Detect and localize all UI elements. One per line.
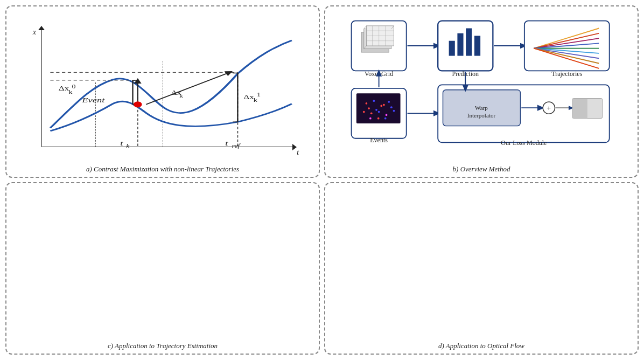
svg-rect-90 xyxy=(572,99,587,119)
svg-text:Warp: Warp xyxy=(475,105,488,111)
panel-a-label: a) Contrast Maximization with non-linear… xyxy=(6,165,319,174)
svg-text:k: k xyxy=(68,88,73,95)
optical-flow-grid xyxy=(328,186,634,329)
svg-text:Interpolator: Interpolator xyxy=(467,112,496,119)
traj-img-1 xyxy=(10,186,316,329)
svg-point-64 xyxy=(388,101,390,103)
svg-point-62 xyxy=(373,100,375,102)
svg-rect-45 xyxy=(474,36,480,56)
panel-b-label: b) Overview Method xyxy=(325,165,638,174)
svg-rect-44 xyxy=(466,29,472,56)
svg-point-65 xyxy=(368,107,370,109)
panel-d: d) Application to Optical Flow xyxy=(324,182,639,355)
svg-point-67 xyxy=(383,104,385,106)
svg-text:Δx: Δx xyxy=(59,85,69,92)
svg-text:+: + xyxy=(547,104,551,112)
svg-point-73 xyxy=(393,110,395,112)
main-grid: t x xyxy=(0,0,644,360)
svg-text:Events: Events xyxy=(370,136,388,144)
svg-text:k: k xyxy=(254,97,258,103)
svg-point-69 xyxy=(370,113,373,115)
trajectory-grid xyxy=(10,186,316,329)
panel-c: c) Application to Trajectory Estimation xyxy=(5,182,320,355)
svg-point-12 xyxy=(134,101,142,107)
traj-img-2 xyxy=(318,186,320,329)
panel-c-label: c) Application to Trajectory Estimation xyxy=(6,342,319,350)
svg-text:Δx: Δx xyxy=(243,93,254,100)
svg-point-74 xyxy=(377,117,380,120)
svg-point-63 xyxy=(380,105,382,107)
svg-point-75 xyxy=(369,117,372,120)
svg-point-72 xyxy=(363,111,365,113)
svg-text:t: t xyxy=(225,139,228,147)
svg-rect-41 xyxy=(438,21,493,71)
overview-container: Voxel Grid Prediction xyxy=(332,11,631,151)
chart-area: t x xyxy=(25,25,300,158)
svg-text:1: 1 xyxy=(257,92,261,98)
svg-text:k: k xyxy=(126,143,130,149)
svg-text:k: k xyxy=(179,93,184,99)
overview-svg: Voxel Grid Prediction xyxy=(332,11,631,151)
flow-img-1 xyxy=(328,186,634,329)
svg-text:Trajectories: Trajectories xyxy=(551,70,582,78)
svg-point-61 xyxy=(366,102,368,105)
svg-point-66 xyxy=(375,109,377,111)
svg-text:t: t xyxy=(120,139,123,147)
svg-text:ref: ref xyxy=(232,143,241,149)
svg-line-5 xyxy=(146,72,229,104)
svg-text:Our Loss Module: Our Loss Module xyxy=(501,139,547,147)
svg-rect-42 xyxy=(449,41,455,56)
flow-img-2 xyxy=(636,186,639,329)
svg-point-71 xyxy=(386,114,388,116)
svg-rect-43 xyxy=(457,33,463,56)
svg-point-68 xyxy=(390,106,393,108)
panel-b: Voxel Grid Prediction xyxy=(324,5,639,178)
panel-a: t x xyxy=(5,5,320,178)
svg-point-70 xyxy=(378,111,380,113)
svg-point-76 xyxy=(384,117,387,120)
chart-svg: Event t k t ref Δx 0 k Δx k Δx 1 k xyxy=(25,25,300,158)
panel-d-label: d) Application to Optical Flow xyxy=(325,342,638,350)
svg-text:Event: Event xyxy=(81,96,105,105)
svg-text:0: 0 xyxy=(72,83,75,89)
